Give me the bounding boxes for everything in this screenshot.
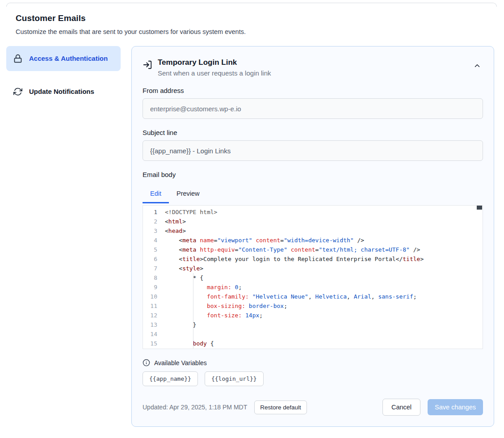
line-number: 15 — [143, 339, 157, 348]
tab-edit[interactable]: Edit — [143, 185, 169, 203]
code-line: * { — [165, 273, 483, 282]
line-number: 11 — [143, 301, 157, 311]
line-number: 5 — [143, 245, 157, 254]
tab-preview[interactable]: Preview — [169, 185, 207, 203]
line-number: 3 — [143, 226, 157, 236]
code-line: font-family: "Helvetica Neue", Helvetica… — [165, 292, 483, 301]
email-settings-card: Temporary Login Link Sent when a user re… — [131, 46, 494, 427]
code-editor[interactable]: 12345678910111213141516 <!DOCTYPE html><… — [143, 205, 483, 349]
sidebar-item-label: Update Notifications — [29, 86, 94, 97]
sidebar: Access & Authentication Update Notificat… — [6, 46, 121, 104]
variable-chips: {{app_name}} {{login_url}} — [143, 371, 483, 386]
line-number: 10 — [143, 292, 157, 301]
cancel-button[interactable]: Cancel — [382, 399, 420, 416]
sidebar-item-access-authentication[interactable]: Access & Authentication — [6, 46, 121, 71]
info-icon — [143, 359, 150, 366]
indent-guide — [193, 273, 193, 349]
line-number: 13 — [143, 320, 157, 329]
sidebar-item-label: Access & Authentication — [29, 53, 108, 64]
editor-scrollbar-thumb[interactable] — [477, 206, 482, 210]
subject-line-input[interactable] — [143, 140, 483, 161]
code-line: <meta name="viewport" content="width=dev… — [165, 236, 483, 245]
editor-gutter: 12345678910111213141516 — [143, 206, 163, 349]
card-footer: Updated: Apr 29, 2025, 1:18 PM MDT Resto… — [143, 399, 483, 416]
page-title: Customer Emails — [16, 13, 488, 23]
code-line: box-sizing: border-box; — [165, 301, 483, 311]
code-line: } — [165, 320, 483, 329]
variable-chip-app-name[interactable]: {{app_name}} — [143, 371, 198, 386]
panel-title: Temporary Login Link — [158, 58, 466, 67]
code-line: <html> — [165, 217, 483, 226]
sidebar-item-update-notifications[interactable]: Update Notifications — [6, 79, 121, 104]
code-line: background-color: #f6f6f6; — [165, 348, 483, 349]
from-address-input[interactable] — [143, 98, 483, 119]
page-subtitle: Customize the emails that are sent to yo… — [16, 28, 488, 35]
save-changes-button[interactable]: Save changes — [428, 399, 483, 415]
lock-icon — [13, 54, 22, 63]
line-number: 7 — [143, 264, 157, 273]
main-layout: Access & Authentication Update Notificat… — [0, 46, 504, 427]
code-line: <head> — [165, 226, 483, 236]
line-number: 6 — [143, 254, 157, 264]
collapse-button[interactable] — [471, 60, 483, 72]
code-line: <title>Complete your login to the Replic… — [165, 254, 483, 264]
available-variables-row: Available Variables — [143, 359, 483, 366]
line-number: 14 — [143, 329, 157, 339]
updated-timestamp: Updated: Apr 29, 2025, 1:18 PM MDT — [143, 404, 247, 411]
available-variables-label: Available Variables — [154, 359, 207, 366]
variable-chip-login-url[interactable]: {{login_url}} — [205, 371, 264, 386]
subject-line-label: Subject line — [143, 129, 483, 136]
code-line: <style> — [165, 264, 483, 273]
line-number: 1 — [143, 207, 157, 217]
login-icon — [143, 60, 152, 70]
editor-tab-bar: Edit Preview — [143, 185, 483, 203]
code-line: margin: 0; — [165, 282, 483, 292]
line-number: 2 — [143, 217, 157, 226]
line-number: 9 — [143, 282, 157, 292]
code-line: body { — [165, 339, 483, 348]
email-body-label: Email body — [143, 171, 483, 178]
code-line: font-size: 14px; — [165, 311, 483, 320]
card-header: Temporary Login Link Sent when a user re… — [143, 58, 483, 77]
line-number: 16 — [143, 348, 157, 349]
code-line: <!DOCTYPE html> — [165, 207, 483, 217]
top-divider — [6, 3, 497, 7]
line-number: 4 — [143, 236, 157, 245]
from-address-label: From address — [143, 87, 483, 94]
code-line — [165, 329, 483, 339]
refresh-icon — [13, 87, 22, 96]
panel-subtitle: Sent when a user requests a login link — [158, 69, 466, 77]
line-number: 8 — [143, 273, 157, 282]
restore-default-button[interactable]: Restore default — [254, 400, 307, 414]
editor-code: <!DOCTYPE html><html><head> <meta name="… — [163, 206, 483, 349]
code-line: <meta http-equiv="Content-Type" content=… — [165, 245, 483, 254]
chevron-up-icon — [473, 62, 481, 70]
line-number: 12 — [143, 311, 157, 320]
